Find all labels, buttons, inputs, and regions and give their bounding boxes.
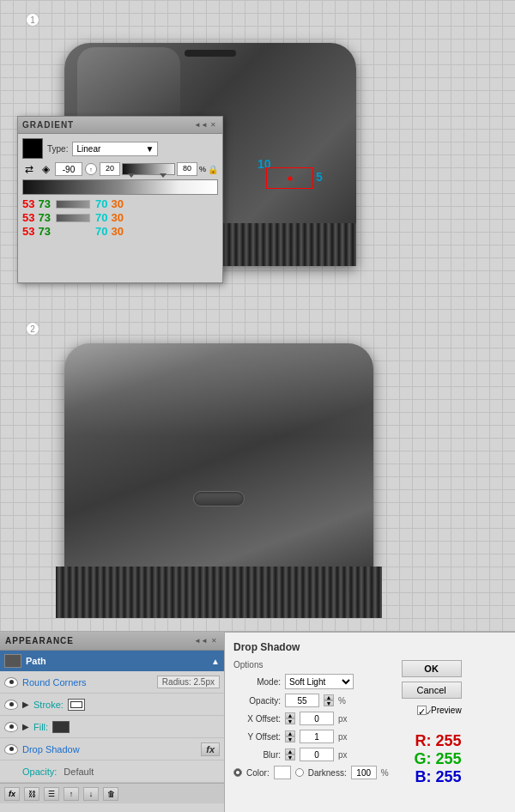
x-unit: px (338, 714, 348, 724)
phone-body-bottom (64, 343, 373, 575)
opacity-value: Default (64, 767, 94, 777)
appearance-title: APPEARANCE (5, 636, 74, 645)
eye-icon-drop-shadow[interactable] (4, 744, 18, 754)
gradient-type-select[interactable]: Linear ▼ (72, 142, 158, 156)
blur-row: Blur: ▲ ▼ px (233, 748, 389, 761)
gradient-angle-input[interactable]: -90 (55, 162, 82, 176)
blur-stepper: ▲ ▼ (285, 748, 295, 760)
appearance-panel: APPEARANCE ◄◄ ✕ Path ▲ Round Corners Rad… (0, 631, 225, 812)
gradient-icons: ⇄ (22, 162, 36, 176)
color-label: Color: (246, 768, 270, 778)
appearance-close-btn[interactable]: ✕ (209, 636, 219, 646)
panel-collapse-btn[interactable]: ◄◄ (196, 120, 206, 130)
phone-speaker (185, 50, 236, 57)
color-radio[interactable] (233, 768, 242, 777)
gradient-full-bar[interactable] (22, 179, 218, 195)
eye-icon-round-corners[interactable] (4, 677, 18, 688)
ds-opacity-label: Opacity: (233, 696, 281, 706)
rgb-g-value: G: 255 (415, 750, 462, 768)
opacity-row: Opacity: ▲ ▼ % (233, 694, 389, 707)
gradient-stop-left[interactable] (128, 173, 135, 178)
mode-row: Mode: Soft Light (233, 674, 389, 689)
phone-stripe-bottom (56, 567, 382, 618)
gradient-color-row-3: 53 73 70 30 (22, 225, 218, 238)
gradient-left-stop[interactable]: 20 (100, 162, 120, 176)
stroke-swatch[interactable] (68, 699, 85, 711)
eye-pupil-stroke (9, 702, 14, 706)
gradient-lock-icon[interactable]: 🔒 (208, 165, 218, 174)
slider-1[interactable] (56, 200, 90, 209)
opacity-unit: % (338, 696, 346, 706)
gradient-angle-icon: ◈ (39, 162, 52, 176)
toolbar-link-btn[interactable]: ⛓ (24, 787, 39, 801)
color-swatch[interactable] (274, 766, 291, 779)
toolbar-trash-btn[interactable]: 🗑 (103, 787, 118, 801)
gradient-panel: GRADIENT ◄◄ ✕ Type: Linear ▼ ⇄ ◈ -90 (17, 116, 223, 283)
radius-badge: Radius: 2.5px (157, 676, 220, 688)
panel-controls: ◄◄ ✕ (196, 120, 218, 130)
y-up[interactable]: ▲ (285, 730, 295, 736)
x-offset-label: X Offset: (233, 714, 281, 724)
panel-close-btn[interactable]: ✕ (208, 120, 218, 130)
appearance-toolbar: fx ⛓ ☰ ↑ ↓ 🗑 (0, 783, 224, 803)
y-offset-input[interactable] (300, 730, 334, 743)
gradient-stop-right[interactable] (160, 173, 167, 178)
drop-shadow-layout: Options Mode: Soft Light Opacity: ▲ ▼ (233, 660, 506, 786)
gradient-swatch[interactable] (22, 138, 43, 159)
eye-pupil-fill (9, 724, 14, 729)
blur-input[interactable] (300, 748, 334, 761)
drop-shadow-title: Drop Shadow (233, 641, 506, 653)
preview-checkbox[interactable]: ✓ (417, 706, 427, 715)
toolbar-fx-btn[interactable]: fx (4, 787, 20, 801)
appearance-item-opacity: Opacity: Default (0, 760, 224, 783)
darkness-radio[interactable] (295, 768, 304, 777)
phone-illustration-bottom (56, 335, 382, 618)
ds-opacity-input[interactable] (285, 694, 319, 707)
gradient-percent: % (199, 165, 206, 173)
rgb-b-value: B: 255 (415, 768, 462, 786)
toolbar-up-btn[interactable]: ↑ (64, 787, 79, 801)
eye-icon-stroke[interactable] (4, 700, 18, 710)
mode-select[interactable]: Soft Light (285, 674, 354, 689)
appearance-header: APPEARANCE ◄◄ ✕ (0, 632, 224, 651)
appearance-collapse-btn[interactable]: ◄◄ (196, 636, 206, 646)
toolbar-layer-btn[interactable]: ☰ (44, 787, 59, 801)
cancel-button[interactable]: Cancel (402, 682, 462, 699)
dropdown-arrow: ▼ (146, 144, 154, 154)
gradient-preview-bar[interactable] (122, 163, 175, 175)
x-up[interactable]: ▲ (285, 712, 295, 718)
toolbar-down-btn[interactable]: ↓ (83, 787, 99, 801)
val-g3: 73 (38, 225, 50, 238)
x-down[interactable]: ▼ (285, 718, 295, 724)
fill-label: Fill: (33, 722, 48, 732)
appearance-item-drop-shadow: Drop Shadow fx (0, 738, 224, 760)
selection-box[interactable] (266, 167, 313, 189)
opacity-down[interactable]: ▼ (324, 700, 334, 706)
fill-swatch[interactable] (52, 721, 70, 733)
val-g2: 73 (38, 211, 50, 224)
path-row[interactable]: Path ▲ (0, 651, 224, 671)
gradient-content: Type: Linear ▼ ⇄ ◈ -90 ↑ 20 (18, 134, 222, 242)
val-c3: 70 (95, 225, 107, 238)
opacity-up[interactable]: ▲ (324, 694, 334, 700)
eye-icon-fill[interactable] (4, 722, 18, 732)
slider-2[interactable] (56, 214, 90, 222)
blur-down[interactable]: ▼ (285, 754, 295, 760)
options-label: Options (233, 660, 389, 670)
gradient-right-stop[interactable]: 80 (177, 162, 197, 176)
y-unit: px (338, 732, 348, 742)
canvas-area: 1 2 10 5 GRADIENT ◄◄ ✕ (0, 0, 515, 631)
fx-button[interactable]: fx (201, 742, 220, 756)
x-stepper: ▲ ▼ (285, 712, 295, 724)
drop-shadow-label: Drop Shadow (22, 744, 80, 754)
opacity-stepper: ▲ ▼ (324, 694, 334, 706)
y-down[interactable]: ▼ (285, 736, 295, 742)
x-offset-row: X Offset: ▲ ▼ px (233, 712, 389, 725)
blur-up[interactable]: ▲ (285, 748, 295, 754)
y-offset-label: Y Offset: (233, 732, 281, 742)
x-offset-input[interactable] (300, 712, 334, 725)
darkness-unit: % (381, 768, 389, 778)
darkness-input[interactable] (351, 766, 377, 779)
gradient-color-row-1: 53 73 70 30 (22, 197, 218, 210)
ok-button[interactable]: OK (402, 660, 462, 677)
